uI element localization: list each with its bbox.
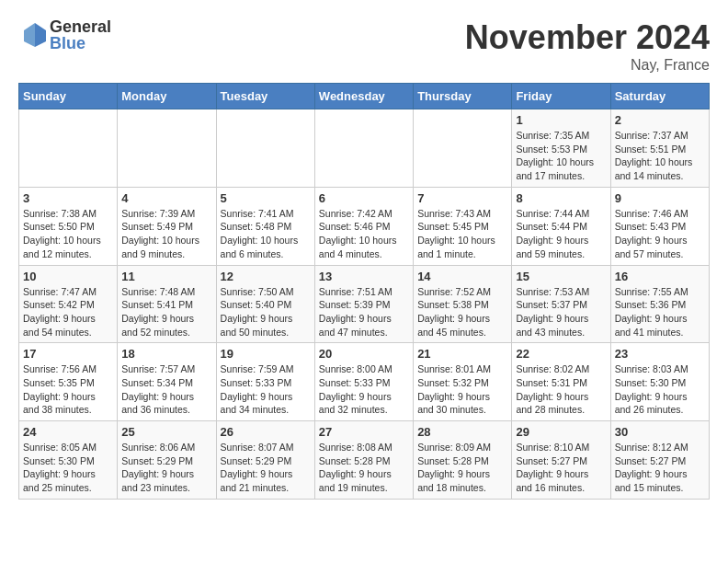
calendar-cell bbox=[216, 109, 314, 188]
calendar-cell: 2Sunrise: 7:37 AM Sunset: 5:51 PM Daylig… bbox=[610, 109, 709, 188]
day-info: Sunrise: 7:56 AM Sunset: 5:35 PM Dayligh… bbox=[23, 362, 113, 417]
calendar-cell: 11Sunrise: 7:48 AM Sunset: 5:41 PM Dayli… bbox=[118, 265, 216, 343]
calendar-cell bbox=[414, 109, 512, 188]
day-info: Sunrise: 7:47 AM Sunset: 5:42 PM Dayligh… bbox=[23, 285, 113, 339]
calendar-cell: 9Sunrise: 7:46 AM Sunset: 5:43 PM Daylig… bbox=[610, 187, 709, 265]
day-number: 22 bbox=[516, 347, 606, 361]
weekday-header: Monday bbox=[118, 84, 216, 109]
calendar-cell bbox=[118, 109, 216, 188]
calendar-week-row: 17Sunrise: 7:56 AM Sunset: 5:35 PM Dayli… bbox=[19, 343, 710, 421]
calendar-cell: 13Sunrise: 7:51 AM Sunset: 5:39 PM Dayli… bbox=[314, 265, 413, 343]
day-info: Sunrise: 7:51 AM Sunset: 5:39 PM Dayligh… bbox=[319, 285, 409, 339]
day-number: 4 bbox=[121, 191, 211, 205]
day-number: 12 bbox=[221, 270, 311, 283]
calendar-cell: 21Sunrise: 8:01 AM Sunset: 5:32 PM Dayli… bbox=[414, 343, 512, 421]
day-number: 26 bbox=[221, 425, 311, 439]
calendar-cell: 6Sunrise: 7:42 AM Sunset: 5:46 PM Daylig… bbox=[314, 187, 413, 265]
day-number: 24 bbox=[23, 425, 113, 439]
day-info: Sunrise: 7:48 AM Sunset: 5:41 PM Dayligh… bbox=[121, 285, 211, 339]
calendar: SundayMondayTuesdayWednesdayThursdayFrid… bbox=[18, 83, 710, 500]
day-info: Sunrise: 8:00 AM Sunset: 5:33 PM Dayligh… bbox=[319, 362, 409, 417]
calendar-cell: 12Sunrise: 7:50 AM Sunset: 5:40 PM Dayli… bbox=[216, 265, 314, 343]
calendar-cell: 26Sunrise: 8:07 AM Sunset: 5:29 PM Dayli… bbox=[216, 421, 314, 500]
calendar-cell: 10Sunrise: 7:47 AM Sunset: 5:42 PM Dayli… bbox=[19, 265, 118, 343]
day-info: Sunrise: 8:02 AM Sunset: 5:31 PM Dayligh… bbox=[516, 362, 606, 417]
weekday-header: Wednesday bbox=[314, 84, 413, 109]
day-info: Sunrise: 7:50 AM Sunset: 5:40 PM Dayligh… bbox=[221, 285, 311, 339]
location: Nay, France bbox=[465, 57, 710, 74]
day-info: Sunrise: 8:12 AM Sunset: 5:27 PM Dayligh… bbox=[615, 441, 705, 495]
header: General Blue November 2024 Nay, France bbox=[18, 18, 710, 74]
svg-marker-0 bbox=[35, 23, 46, 47]
day-number: 29 bbox=[516, 425, 606, 439]
weekday-header: Saturday bbox=[610, 84, 709, 109]
day-info: Sunrise: 7:38 AM Sunset: 5:50 PM Dayligh… bbox=[23, 207, 113, 261]
weekday-header: Friday bbox=[512, 84, 610, 109]
day-number: 9 bbox=[615, 191, 705, 205]
day-number: 14 bbox=[417, 270, 507, 283]
day-number: 2 bbox=[615, 113, 705, 127]
day-number: 7 bbox=[417, 191, 507, 205]
title-area: November 2024 Nay, France bbox=[465, 18, 710, 74]
logo-text: General Blue bbox=[50, 18, 111, 52]
calendar-cell: 22Sunrise: 8:02 AM Sunset: 5:31 PM Dayli… bbox=[512, 343, 610, 421]
calendar-cell: 5Sunrise: 7:41 AM Sunset: 5:48 PM Daylig… bbox=[216, 187, 314, 265]
calendar-cell: 28Sunrise: 8:09 AM Sunset: 5:28 PM Dayli… bbox=[414, 421, 512, 500]
day-number: 23 bbox=[615, 347, 705, 361]
day-info: Sunrise: 7:59 AM Sunset: 5:33 PM Dayligh… bbox=[221, 362, 311, 417]
day-number: 8 bbox=[516, 191, 606, 205]
day-info: Sunrise: 8:06 AM Sunset: 5:29 PM Dayligh… bbox=[121, 441, 211, 495]
day-info: Sunrise: 7:55 AM Sunset: 5:36 PM Dayligh… bbox=[615, 285, 705, 339]
day-number: 6 bbox=[319, 191, 409, 205]
calendar-cell bbox=[314, 109, 413, 188]
day-info: Sunrise: 7:41 AM Sunset: 5:48 PM Dayligh… bbox=[221, 207, 311, 261]
calendar-cell: 24Sunrise: 8:05 AM Sunset: 5:30 PM Dayli… bbox=[19, 421, 118, 500]
day-number: 5 bbox=[221, 191, 311, 205]
day-info: Sunrise: 7:44 AM Sunset: 5:44 PM Dayligh… bbox=[516, 207, 606, 261]
day-info: Sunrise: 7:53 AM Sunset: 5:37 PM Dayligh… bbox=[516, 285, 606, 339]
day-info: Sunrise: 7:35 AM Sunset: 5:53 PM Dayligh… bbox=[516, 129, 606, 183]
day-number: 25 bbox=[121, 425, 211, 439]
day-number: 16 bbox=[615, 270, 705, 283]
calendar-cell: 29Sunrise: 8:10 AM Sunset: 5:27 PM Dayli… bbox=[512, 421, 610, 500]
calendar-week-row: 24Sunrise: 8:05 AM Sunset: 5:30 PM Dayli… bbox=[19, 421, 710, 500]
calendar-week-row: 10Sunrise: 7:47 AM Sunset: 5:42 PM Dayli… bbox=[19, 265, 710, 343]
day-number: 15 bbox=[516, 270, 606, 283]
day-info: Sunrise: 8:03 AM Sunset: 5:30 PM Dayligh… bbox=[615, 362, 705, 417]
logo-general: General bbox=[50, 18, 111, 35]
day-number: 11 bbox=[121, 270, 211, 283]
day-number: 13 bbox=[319, 270, 409, 283]
calendar-cell: 16Sunrise: 7:55 AM Sunset: 5:36 PM Dayli… bbox=[610, 265, 709, 343]
calendar-cell bbox=[19, 109, 118, 188]
day-number: 21 bbox=[417, 347, 507, 361]
calendar-cell: 30Sunrise: 8:12 AM Sunset: 5:27 PM Dayli… bbox=[610, 421, 709, 500]
day-info: Sunrise: 8:09 AM Sunset: 5:28 PM Dayligh… bbox=[417, 441, 507, 495]
calendar-cell: 27Sunrise: 8:08 AM Sunset: 5:28 PM Dayli… bbox=[314, 421, 413, 500]
day-number: 17 bbox=[23, 347, 113, 361]
calendar-cell: 18Sunrise: 7:57 AM Sunset: 5:34 PM Dayli… bbox=[118, 343, 216, 421]
day-info: Sunrise: 8:07 AM Sunset: 5:29 PM Dayligh… bbox=[221, 441, 311, 495]
calendar-week-row: 3Sunrise: 7:38 AM Sunset: 5:50 PM Daylig… bbox=[19, 187, 710, 265]
calendar-cell: 19Sunrise: 7:59 AM Sunset: 5:33 PM Dayli… bbox=[216, 343, 314, 421]
month-title: November 2024 bbox=[465, 18, 710, 57]
day-info: Sunrise: 8:05 AM Sunset: 5:30 PM Dayligh… bbox=[23, 441, 113, 495]
weekday-header: Tuesday bbox=[216, 84, 314, 109]
calendar-cell: 8Sunrise: 7:44 AM Sunset: 5:44 PM Daylig… bbox=[512, 187, 610, 265]
day-info: Sunrise: 8:10 AM Sunset: 5:27 PM Dayligh… bbox=[516, 441, 606, 495]
day-number: 3 bbox=[23, 191, 113, 205]
day-info: Sunrise: 7:37 AM Sunset: 5:51 PM Dayligh… bbox=[615, 129, 705, 183]
day-info: Sunrise: 7:42 AM Sunset: 5:46 PM Dayligh… bbox=[319, 207, 409, 261]
calendar-cell: 3Sunrise: 7:38 AM Sunset: 5:50 PM Daylig… bbox=[19, 187, 118, 265]
day-number: 27 bbox=[319, 425, 409, 439]
calendar-cell: 20Sunrise: 8:00 AM Sunset: 5:33 PM Dayli… bbox=[314, 343, 413, 421]
weekday-header-row: SundayMondayTuesdayWednesdayThursdayFrid… bbox=[19, 84, 710, 109]
day-info: Sunrise: 7:46 AM Sunset: 5:43 PM Dayligh… bbox=[615, 207, 705, 261]
day-number: 1 bbox=[516, 113, 606, 127]
weekday-header: Thursday bbox=[414, 84, 512, 109]
day-number: 30 bbox=[615, 425, 705, 439]
calendar-cell: 17Sunrise: 7:56 AM Sunset: 5:35 PM Dayli… bbox=[19, 343, 118, 421]
day-number: 10 bbox=[23, 270, 113, 283]
calendar-cell: 25Sunrise: 8:06 AM Sunset: 5:29 PM Dayli… bbox=[118, 421, 216, 500]
calendar-cell: 7Sunrise: 7:43 AM Sunset: 5:45 PM Daylig… bbox=[414, 187, 512, 265]
day-info: Sunrise: 7:39 AM Sunset: 5:49 PM Dayligh… bbox=[121, 207, 211, 261]
